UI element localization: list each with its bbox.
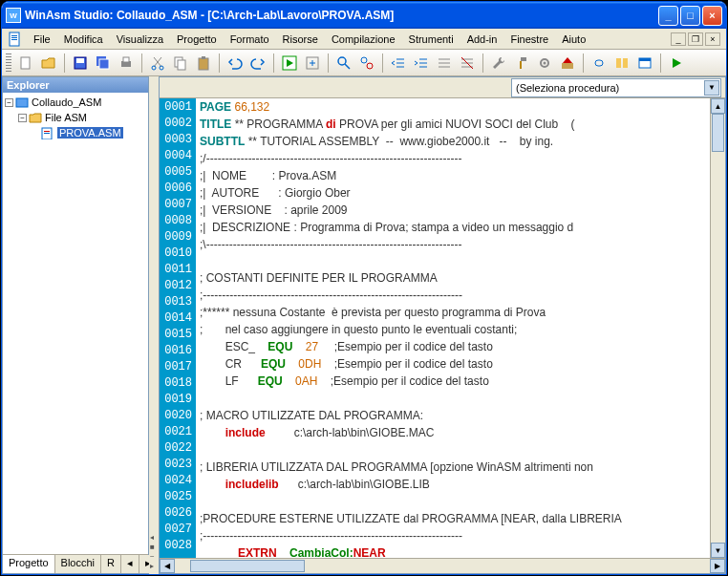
undo-button[interactable] <box>225 53 246 74</box>
tree-folder-label: File ASM <box>45 112 87 123</box>
mdi-close-button[interactable]: × <box>705 32 720 46</box>
menu-file[interactable]: File <box>27 32 57 47</box>
menubar: File Modifica Visualizza Progetto Format… <box>2 29 726 50</box>
svg-rect-30 <box>639 58 651 61</box>
copy-button[interactable] <box>170 53 191 74</box>
procedure-combo[interactable]: (Seleziona procedura) ▼ <box>511 78 721 97</box>
dialog-button[interactable] <box>634 53 655 74</box>
find-button[interactable] <box>333 53 354 74</box>
menu-compilazione[interactable]: Compilazione <box>325 32 402 47</box>
hammer-button[interactable] <box>511 53 532 74</box>
project-tree[interactable]: − Collaudo_ASM − File ASM PROVA.ASM <box>3 93 148 554</box>
run-button[interactable] <box>279 53 300 74</box>
tree-folder[interactable]: − File ASM <box>5 110 146 125</box>
mdi-min-button[interactable]: _ <box>671 32 686 46</box>
collapse-icon[interactable]: − <box>5 98 13 107</box>
tree-file[interactable]: PROVA.ASM <box>5 125 146 140</box>
indent-button[interactable] <box>411 53 432 74</box>
paste-button[interactable] <box>193 53 214 74</box>
svg-rect-22 <box>521 57 526 61</box>
splitter[interactable]: ◂ ■ − ▸ <box>149 76 159 574</box>
tree-root[interactable]: − Collaudo_ASM <box>5 95 146 110</box>
tab-scroll-left[interactable]: ◂ <box>121 555 139 573</box>
svg-rect-27 <box>616 58 621 68</box>
toolbar <box>2 50 726 76</box>
scroll-thumb[interactable] <box>712 114 724 152</box>
svg-point-19 <box>338 57 346 65</box>
menu-formato[interactable]: Formato <box>224 32 276 47</box>
chevron-down-icon[interactable]: ▼ <box>704 80 719 96</box>
explorer-tabs: Progetto Blocchi R ◂ ▸ <box>3 554 148 573</box>
scroll-thumb[interactable] <box>190 560 305 572</box>
editor: (Seleziona procedura) ▼ 0001 0002 0003 0… <box>159 76 726 574</box>
svg-point-25 <box>544 61 546 64</box>
line-gutter: 0001 0002 0003 0004 0005 0006 0007 0008 … <box>160 98 196 558</box>
asm-file-icon <box>41 127 54 139</box>
menu-finestre[interactable]: Finestre <box>503 32 555 47</box>
horizontal-scrollbar[interactable]: ◀ ▶ <box>160 558 725 573</box>
mdi-controls: _ ❐ × <box>671 32 724 46</box>
minimize-button[interactable]: _ <box>658 6 678 26</box>
toolbar-grip[interactable] <box>6 53 11 73</box>
resource-button[interactable] <box>611 53 632 74</box>
project-icon <box>15 96 29 109</box>
svg-rect-16 <box>202 56 205 59</box>
collapse-icon[interactable]: − <box>18 114 27 122</box>
menu-modifica[interactable]: Modifica <box>57 32 110 47</box>
tab-r[interactable]: R <box>101 555 121 573</box>
menu-addin[interactable]: Add-in <box>460 32 504 47</box>
split-right-icon[interactable]: ▸ <box>150 563 158 570</box>
save-button[interactable] <box>70 53 91 74</box>
link-button[interactable] <box>589 53 610 74</box>
split-minus-icon[interactable]: − <box>150 553 158 561</box>
scroll-left-icon[interactable]: ◀ <box>160 559 175 573</box>
menu-risorse[interactable]: Risorse <box>276 32 325 47</box>
tool-button[interactable] <box>302 53 323 74</box>
svg-rect-31 <box>16 98 28 107</box>
close-button[interactable]: × <box>702 6 722 26</box>
svg-rect-3 <box>11 39 17 40</box>
uncomment-button[interactable] <box>457 53 478 74</box>
saveall-button[interactable] <box>93 53 114 74</box>
vertical-scrollbar[interactable]: ▲ ▼ <box>710 98 725 558</box>
svg-rect-1 <box>11 35 17 36</box>
comment-button[interactable] <box>434 53 455 74</box>
code-area[interactable]: 0001 0002 0003 0004 0005 0006 0007 0008 … <box>160 98 725 558</box>
print-button[interactable] <box>116 53 137 74</box>
menu-strumenti[interactable]: Strumenti <box>402 32 460 47</box>
scroll-down-icon[interactable]: ▼ <box>711 543 725 558</box>
menu-progetto[interactable]: Progetto <box>170 32 224 47</box>
maximize-button[interactable]: □ <box>680 6 700 26</box>
separator <box>328 53 329 73</box>
build-button[interactable] <box>557 53 578 74</box>
svg-rect-2 <box>11 37 17 38</box>
scroll-track[interactable] <box>175 559 710 573</box>
window-controls: _ □ × <box>658 6 722 26</box>
svg-rect-28 <box>623 58 628 68</box>
gear-button[interactable] <box>534 53 555 74</box>
new-button[interactable] <box>15 53 36 74</box>
wrench-button[interactable] <box>488 53 509 74</box>
menu-aiuto[interactable]: Aiuto <box>555 32 592 47</box>
mdi-restore-button[interactable]: ❐ <box>688 32 703 46</box>
cut-button[interactable] <box>147 53 168 74</box>
redo-button[interactable] <box>247 53 268 74</box>
explorer-panel: Explorer − Collaudo_ASM − File ASM PROVA… <box>2 76 149 574</box>
menu-visualizza[interactable]: Visualizza <box>110 32 170 47</box>
scroll-right-icon[interactable]: ▶ <box>710 559 725 573</box>
tab-blocchi[interactable]: Blocchi <box>55 555 101 573</box>
svg-rect-26 <box>562 63 573 69</box>
outdent-button[interactable] <box>388 53 409 74</box>
combo-row: (Seleziona procedura) ▼ <box>160 77 725 98</box>
split-square-icon[interactable]: ■ <box>150 544 158 551</box>
code-text[interactable]: PAGE 66,132 TITLE ** PROGRAMMA di PROVA … <box>196 98 710 558</box>
play-button[interactable] <box>666 53 687 74</box>
scroll-up-icon[interactable]: ▲ <box>711 98 725 114</box>
svg-rect-8 <box>99 59 109 69</box>
replace-button[interactable] <box>356 53 377 74</box>
body: Explorer − Collaudo_ASM − File ASM PROVA… <box>2 76 726 574</box>
tab-progetto[interactable]: Progetto <box>3 555 55 573</box>
titlebar[interactable]: W WinAsm Studio: Collaudo_ASM - [C:\Arch… <box>2 2 726 29</box>
split-left-icon[interactable]: ◂ <box>150 534 158 542</box>
open-button[interactable] <box>38 53 59 74</box>
